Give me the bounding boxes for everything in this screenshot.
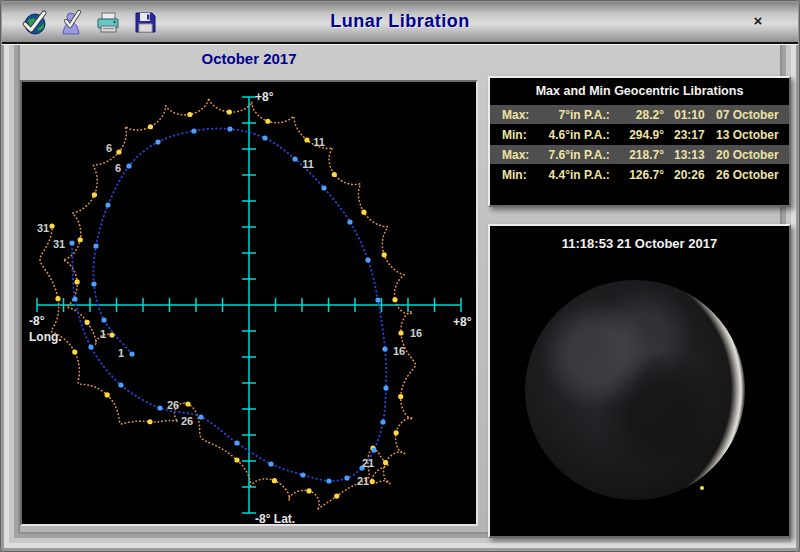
geocentric-day-marker bbox=[72, 296, 77, 301]
day-label-topocentric: 6 bbox=[106, 142, 112, 154]
table-cell: in P.A.: bbox=[570, 128, 618, 142]
day-label-topocentric: 1 bbox=[100, 328, 106, 340]
day-label-geocentric: 16 bbox=[393, 345, 405, 357]
topocentric-day-marker bbox=[72, 349, 77, 354]
day-label-topocentric: 16 bbox=[410, 327, 422, 339]
axis-label-left-deg: -8° bbox=[29, 314, 45, 328]
table-cell: 28.2° bbox=[618, 108, 664, 122]
topocentric-day-marker bbox=[227, 109, 232, 114]
geocentric-day-marker bbox=[101, 317, 106, 322]
geocentric-day-marker bbox=[300, 472, 305, 477]
table-cell: 20:26 bbox=[674, 168, 710, 182]
table-cell: 294.9° bbox=[618, 128, 664, 142]
geocentric-day-marker bbox=[155, 139, 160, 144]
axis-label-right: +8° bbox=[453, 315, 472, 329]
geocentric-day-marker bbox=[129, 351, 134, 356]
day-label-topocentric: 26 bbox=[167, 399, 179, 411]
axis-label-bottom: -8° Lat. bbox=[255, 512, 295, 524]
table-cell: 7.6° bbox=[530, 148, 570, 162]
day-label-geocentric: 11 bbox=[302, 158, 314, 170]
topocentric-day-marker bbox=[398, 330, 403, 335]
topocentric-day-marker bbox=[187, 112, 192, 117]
moon-panel: 11:18:53 21 October 2017 bbox=[488, 224, 791, 538]
table-cell: 7° bbox=[530, 108, 570, 122]
axis-label-left-word: Long. bbox=[29, 330, 62, 344]
topocentric-path bbox=[40, 98, 416, 510]
day-label-topocentric: 11 bbox=[313, 136, 325, 148]
libration-table-panel: Max and Min Geocentric Librations Max:7°… bbox=[488, 76, 791, 207]
geocentric-day-marker bbox=[383, 385, 388, 390]
topocentric-day-marker bbox=[185, 401, 190, 406]
table-cell: 13:13 bbox=[674, 148, 710, 162]
table-row: Max:7°in P.A.:28.2°01:1007 October bbox=[490, 105, 789, 124]
table-cell: 20 October bbox=[710, 148, 794, 162]
libration-plot: +8°+8°-8°Long.-8° Lat.161116212631161116… bbox=[22, 82, 476, 524]
table-row: Max:7.6°in P.A.:218.7°13:1320 October bbox=[490, 145, 789, 164]
libration-table-rows: Max:7°in P.A.:28.2°01:1007 OctoberMin:4.… bbox=[490, 105, 789, 184]
day-label-geocentric: 26 bbox=[181, 415, 193, 427]
geocentric-day-marker bbox=[262, 135, 267, 140]
topocentric-day-marker bbox=[392, 297, 397, 302]
geocentric-day-marker bbox=[268, 461, 273, 466]
table-row: Min:4.4°in P.A.:126.7°20:2626 October bbox=[490, 165, 789, 184]
geocentric-day-marker bbox=[227, 126, 232, 131]
geocentric-day-marker bbox=[382, 346, 387, 351]
topocentric-day-marker bbox=[109, 332, 114, 337]
geocentric-day-marker bbox=[105, 202, 110, 207]
table-cell: 07 October bbox=[710, 108, 794, 122]
table-cell: in P.A.: bbox=[570, 108, 618, 122]
geocentric-day-marker bbox=[326, 478, 331, 483]
topocentric-day-marker bbox=[382, 252, 387, 257]
geocentric-day-marker bbox=[88, 344, 93, 349]
geocentric-day-marker bbox=[347, 219, 352, 224]
geocentric-day-marker bbox=[157, 405, 162, 410]
table-cell: Max: bbox=[502, 148, 530, 162]
table-cell: 26 October bbox=[710, 168, 794, 182]
table-cell: in P.A.: bbox=[570, 168, 618, 182]
geocentric-day-marker bbox=[91, 281, 96, 286]
table-cell: Min: bbox=[502, 168, 530, 182]
table-title: Max and Min Geocentric Librations bbox=[490, 84, 789, 98]
topocentric-day-marker bbox=[85, 320, 90, 325]
geocentric-day-marker bbox=[292, 156, 297, 161]
topocentric-day-marker bbox=[383, 460, 388, 465]
axis-label-top: +8° bbox=[255, 90, 274, 104]
day-label-geocentric: 31 bbox=[53, 238, 65, 250]
title-bar: Lunar Libration × bbox=[2, 2, 798, 44]
table-cell: 126.7° bbox=[618, 168, 664, 182]
star-dot bbox=[700, 486, 704, 490]
topocentric-day-marker bbox=[55, 296, 60, 301]
day-label-topocentric: 31 bbox=[37, 222, 49, 234]
topocentric-day-marker bbox=[78, 237, 83, 242]
close-button[interactable]: × bbox=[748, 12, 768, 32]
topocentric-day-marker bbox=[361, 210, 366, 215]
table-cell: Min: bbox=[502, 128, 530, 142]
moon-crescent bbox=[525, 280, 745, 500]
topocentric-day-marker bbox=[394, 430, 399, 435]
day-label-geocentric: 21 bbox=[357, 475, 369, 487]
libration-chart-panel: +8°+8°-8°Long.-8° Lat.161116212631161116… bbox=[20, 80, 478, 526]
table-cell: 218.7° bbox=[618, 148, 664, 162]
day-label-geocentric: 6 bbox=[115, 162, 121, 174]
moon-timestamp: 11:18:53 21 October 2017 bbox=[490, 236, 789, 251]
window-title: Lunar Libration bbox=[2, 11, 798, 32]
topocentric-day-marker bbox=[265, 119, 270, 124]
topocentric-day-marker bbox=[147, 419, 152, 424]
topocentric-day-marker bbox=[92, 192, 97, 197]
topocentric-day-marker bbox=[49, 223, 54, 228]
topocentric-day-marker bbox=[306, 488, 311, 493]
table-cell: 13 October bbox=[710, 128, 794, 142]
table-row: Min:4.6°in P.A.:294.9°23:1713 October bbox=[490, 125, 789, 144]
geocentric-day-marker bbox=[321, 185, 326, 190]
table-cell: Max: bbox=[502, 108, 530, 122]
topocentric-day-marker bbox=[398, 394, 403, 399]
month-label: October 2017 bbox=[20, 50, 478, 67]
table-cell: 23:17 bbox=[674, 128, 710, 142]
topocentric-day-marker bbox=[334, 494, 339, 499]
app-window: Lunar Libration × October 2017 +8°+8°-8°… bbox=[0, 0, 800, 552]
day-label-topocentric: 21 bbox=[362, 457, 374, 469]
topocentric-day-marker bbox=[234, 457, 239, 462]
geocentric-day-marker bbox=[198, 414, 203, 419]
geocentric-day-marker bbox=[375, 297, 380, 302]
table-cell: 4.4° bbox=[530, 168, 570, 182]
